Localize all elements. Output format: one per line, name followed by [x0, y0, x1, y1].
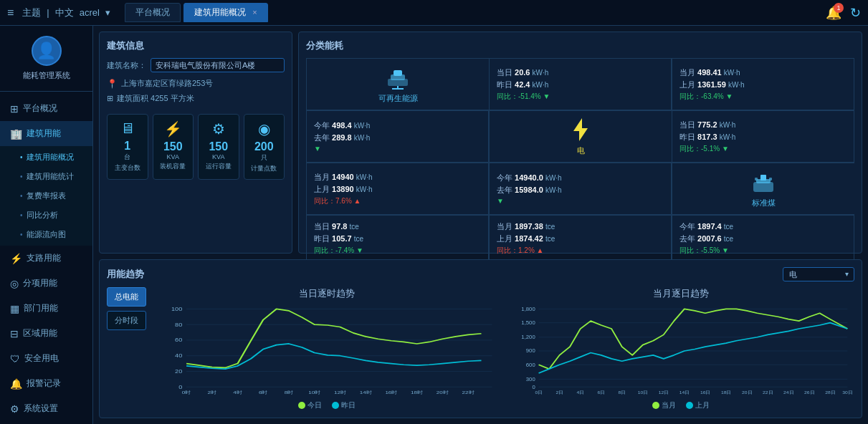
meter-value: 200 [254, 140, 274, 153]
sidebar-item-settings[interactable]: ⚙ 系统设置 [0, 396, 92, 421]
notification-bell[interactable]: 🔔 1 [826, 5, 841, 21]
topbar-left: ≡ 主题 | 中文 acrel ▾ [7, 6, 110, 19]
electric-month-compare: 同比：7.6% ▲ [314, 196, 481, 206]
tab-building-label: 建筑用能概况 [194, 7, 246, 17]
renewable-year-compare: ▼ [314, 145, 481, 153]
svg-text:0: 0 [532, 384, 535, 390]
coal-month-compare: 同比：1.2% ▲ [497, 246, 664, 256]
btn-period[interactable]: 分时段 [107, 311, 146, 330]
btn-total-energy[interactable]: 总电能 [107, 287, 146, 307]
transformer-icon: 🖥 [120, 120, 135, 137]
electric-month-metric: 当月 14940 kW·h [314, 172, 481, 183]
running-value: 150 [209, 140, 228, 153]
sidebar-item-platform[interactable]: ⊞ 平台概况 [0, 96, 92, 121]
svg-text:40: 40 [175, 353, 183, 358]
sidebar-item-safety[interactable]: 🛡 安全用电 [0, 346, 92, 371]
trend-body: 总电能 分时段 当日逐时趋势 [107, 287, 854, 410]
building-name-label: 建筑名称： [107, 60, 146, 71]
coal-wrap: 标准煤 [750, 169, 776, 208]
sidebar-item-flow[interactable]: 能源流向图 [0, 225, 92, 244]
settings-icon: ⚙ [10, 403, 19, 415]
tab-building[interactable]: 建筑用能概况 × [183, 3, 268, 22]
sidebar-item-alarm[interactable]: 🔔 报警记录 [0, 371, 92, 396]
trend-title: 用能趋势 [107, 268, 144, 281]
sidebar-item-building-overview[interactable]: 建筑用能概况 [0, 148, 92, 167]
electric-day-compare: 同比：-5.1% ▼ [679, 144, 846, 154]
svg-text:300: 300 [526, 376, 535, 382]
renewable-lastmonth-metric: 上月 1361.59 kW·h [679, 80, 846, 90]
svg-text:0: 0 [178, 385, 183, 390]
building-name-select[interactable]: 安科瑞电气股份有限公司A楼 [151, 58, 285, 72]
svg-text:2时: 2时 [208, 390, 216, 395]
class-icon-renewable: 可再生能源 [306, 58, 489, 110]
svg-text:16日: 16日 [700, 390, 710, 395]
electric-lastmonth-metric: 上月 13890 kW·h [314, 184, 481, 195]
avatar: 👤 [32, 36, 62, 66]
trend-energy-select[interactable]: 电 总电能 可再生能源 标准煤 [783, 267, 854, 281]
svg-text:20: 20 [175, 369, 183, 374]
refresh-icon[interactable]: ↻ [850, 5, 861, 21]
sidebar-item-dept[interactable]: ▦ 部门用能 [0, 296, 92, 321]
sidebar-item-sub[interactable]: ◎ 分项用能 [0, 271, 92, 296]
area-icon: ⊟ [10, 328, 19, 339]
sidebar-item-area-label: 区域用能 [23, 327, 57, 339]
sidebar-item-safety-label: 安全用电 [24, 352, 59, 365]
sidebar-item-compare[interactable]: 同比分析 [0, 206, 92, 225]
transformer-label: 主变台数 [115, 163, 140, 173]
electric-day-metric: 当日 775.2 kW·h [679, 120, 846, 130]
svg-text:12时: 12时 [334, 390, 346, 395]
electric-wrap: 电 [568, 117, 593, 156]
transformer-value: 1 [124, 140, 130, 153]
trend-header: 用能趋势 电 总电能 可再生能源 标准煤 ▾ [107, 267, 854, 281]
svg-text:0时: 0时 [182, 390, 191, 395]
svg-text:22时: 22时 [462, 390, 474, 395]
branch-icon: ⚡ [10, 253, 22, 264]
chart-daily-svg: 100 80 60 40 20 0 0时 2时 4时 6时 [153, 303, 500, 399]
sidebar-item-building-stats[interactable]: 建筑用能统计 [0, 167, 92, 186]
legend-today: 今日 [298, 400, 322, 410]
stat-meter: ◉ 200 只 计量点数 [244, 114, 285, 180]
svg-text:18时: 18时 [411, 390, 423, 395]
electric-svg [568, 117, 593, 143]
renewable-label: 可再生能源 [378, 93, 418, 104]
sidebar-item-branch[interactable]: ⚡ 支路用能 [0, 246, 92, 271]
building-name-row: 建筑名称： 安科瑞电气股份有限公司A楼 [107, 58, 285, 72]
sidebar-item-report[interactable]: 复费率报表 [0, 186, 92, 206]
chart-daily-svg-wrap: 100 80 60 40 20 0 0时 2时 4时 6时 [153, 303, 500, 399]
sidebar-item-area[interactable]: ⊟ 区域用能 [0, 321, 92, 346]
svg-text:1,800: 1,800 [521, 306, 535, 312]
svg-text:80: 80 [175, 322, 183, 327]
renewable-year-metric: 今年 498.4 kW·h [314, 120, 481, 131]
coal-month-metric: 当月 1897.38 tce [497, 221, 664, 232]
sidebar: 👤 能耗管理系统 ⊞ 平台概况 🏢 建筑用能 建筑用能概况 建筑用能统计 复费率… [0, 26, 93, 424]
address-icon: 📍 [107, 79, 118, 89]
meter-icon: ◉ [258, 120, 270, 138]
tab-platform[interactable]: 平台概况 [125, 3, 181, 22]
chart-monthly-wrap: 当月逐日趋势 [507, 287, 854, 410]
coal-yesterday-metric: 昨日 105.7 tce [314, 233, 481, 244]
coal-year-metric: 今年 1897.4 tce [679, 221, 846, 232]
tab-building-close[interactable]: × [252, 8, 257, 16]
svg-text:20时: 20时 [437, 390, 449, 395]
hamburger-icon[interactable]: ≡ [7, 6, 14, 19]
installed-value: 150 [163, 140, 183, 153]
sidebar-item-dept-label: 部门用能 [24, 302, 58, 314]
svg-rect-2 [394, 70, 402, 76]
installed-icon: ⚡ [164, 120, 182, 138]
renewable-lastyear-metric: 去年 289.8 kW·h [314, 132, 481, 143]
chart-monthly-svg: 1,800 1,500 1,200 900 600 300 0 0日 2日 4 [507, 303, 854, 399]
svg-text:12日: 12日 [659, 390, 669, 395]
svg-text:600: 600 [526, 362, 535, 367]
svg-text:4日: 4日 [577, 390, 584, 395]
building-panel: 建筑信息 建筑名称： 安科瑞电气股份有限公司A楼 📍 上海市嘉定区育绿路253号… [99, 32, 292, 254]
svg-text:14时: 14时 [360, 390, 372, 395]
area-icon: ⊞ [107, 94, 113, 103]
svg-text:20日: 20日 [742, 390, 752, 395]
coal-lastyear-metric: 去年 2007.6 tce [679, 233, 846, 244]
sidebar-item-building-use[interactable]: 🏢 建筑用能 [0, 121, 92, 146]
sidebar-item-sub-label: 分项用能 [23, 277, 57, 289]
renewable-month-compare: 同比：-63.4% ▼ [679, 92, 846, 102]
svg-text:10时: 10时 [308, 390, 320, 395]
coal-svg [750, 169, 776, 195]
class-electric-day: 当日 775.2 kW·h 昨日 817.3 kW·h 同比：-5.1% ▼ [672, 110, 854, 163]
